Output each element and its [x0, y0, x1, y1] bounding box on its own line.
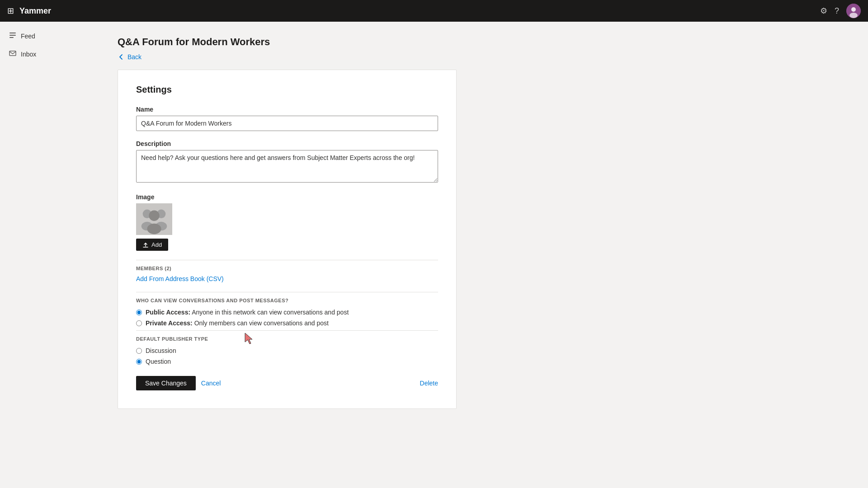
- waffle-icon[interactable]: ⊞: [7, 6, 14, 16]
- name-label: Name: [136, 106, 438, 113]
- svg-rect-3: [9, 33, 16, 33]
- layout: Feed Inbox Q&A Forum for Modern Workers …: [0, 22, 868, 488]
- avatar[interactable]: [846, 4, 861, 18]
- back-link[interactable]: Back: [118, 53, 850, 61]
- name-input[interactable]: [136, 116, 438, 131]
- cancel-button[interactable]: Cancel: [201, 380, 221, 387]
- image-label: Image: [136, 193, 438, 201]
- svg-point-2: [849, 13, 858, 18]
- settings-card: Settings Name Description Need help? Ask…: [118, 70, 457, 409]
- back-arrow-icon: [118, 53, 125, 61]
- description-group: Description Need help? Ask your question…: [136, 140, 438, 184]
- publisher-divider: [136, 330, 438, 331]
- add-image-button[interactable]: Add: [136, 239, 168, 251]
- sidebar-inbox-label: Inbox: [21, 51, 36, 58]
- access-radio-group: Public Access: Anyone in this network ca…: [136, 309, 438, 327]
- access-header: WHO CAN VIEW CONVERSATIONS AND POST MESS…: [136, 298, 438, 303]
- discussion-option[interactable]: Discussion: [136, 347, 438, 354]
- question-option[interactable]: Question: [136, 358, 438, 365]
- page-title: Q&A Forum for Modern Workers: [118, 36, 850, 48]
- svg-point-1: [851, 7, 856, 12]
- svg-point-13: [147, 224, 161, 234]
- question-radio[interactable]: [136, 359, 142, 365]
- help-icon[interactable]: ?: [835, 6, 839, 16]
- discussion-radio[interactable]: [136, 348, 142, 354]
- members-group: Add From Address Book (CSV): [136, 275, 438, 283]
- topnav-left: ⊞ Yammer: [7, 6, 51, 16]
- action-row: Save Changes Cancel Delete: [136, 376, 438, 390]
- svg-rect-6: [9, 51, 16, 56]
- svg-rect-4: [9, 35, 16, 36]
- access-divider: [136, 292, 438, 292]
- name-group: Name: [136, 106, 438, 131]
- save-button[interactable]: Save Changes: [136, 376, 196, 390]
- svg-point-12: [149, 211, 159, 221]
- image-group: Image: [136, 193, 438, 251]
- description-label: Description: [136, 140, 438, 147]
- private-access-radio[interactable]: [136, 320, 142, 326]
- image-preview: [136, 203, 172, 235]
- sidebar-feed-label: Feed: [21, 33, 35, 40]
- add-csv-link[interactable]: Add From Address Book (CSV): [136, 275, 224, 282]
- main-content: Q&A Forum for Modern Workers Back Settin…: [99, 22, 868, 488]
- topnav: ⊞ Yammer ⚙ ?: [0, 0, 868, 22]
- publisher-header: DEFAULT PUBLISHER TYPE: [136, 336, 438, 342]
- settings-heading: Settings: [136, 84, 438, 95]
- private-access-text: Private Access: Only members can view co…: [146, 319, 329, 327]
- brand-label: Yammer: [19, 6, 51, 16]
- description-input[interactable]: Need help? Ask your questions here and g…: [136, 150, 438, 183]
- private-access-option[interactable]: Private Access: Only members can view co…: [136, 319, 438, 327]
- topnav-right: ⚙ ?: [820, 4, 861, 18]
- settings-icon[interactable]: ⚙: [820, 6, 827, 16]
- inbox-icon: [9, 50, 16, 59]
- delete-button[interactable]: Delete: [420, 380, 438, 387]
- feed-icon: [9, 32, 16, 41]
- group-placeholder-icon: [137, 204, 172, 235]
- members-header: MEMBERS (2): [136, 266, 438, 271]
- public-access-radio[interactable]: [136, 310, 142, 315]
- public-access-text: Public Access: Anyone in this network ca…: [146, 309, 349, 316]
- sidebar: Feed Inbox: [0, 22, 99, 488]
- public-access-option[interactable]: Public Access: Anyone in this network ca…: [136, 309, 438, 316]
- members-divider: [136, 260, 438, 260]
- publisher-radio-group: Discussion Question: [136, 347, 438, 365]
- sidebar-item-inbox[interactable]: Inbox: [0, 45, 99, 63]
- upload-icon: [142, 242, 149, 248]
- sidebar-item-feed[interactable]: Feed: [0, 27, 99, 45]
- svg-rect-5: [9, 37, 14, 38]
